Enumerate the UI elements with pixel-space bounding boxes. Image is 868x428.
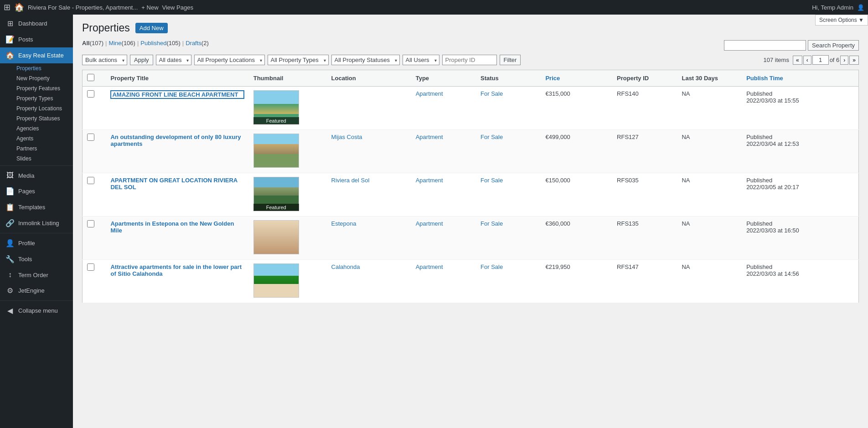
all-dates-select[interactable]: All dates: [156, 55, 191, 65]
current-page-input[interactable]: [812, 55, 829, 65]
table-row: Apartments in Estepona on the New Golden…: [83, 217, 859, 260]
sidebar-sub-agents[interactable]: Agents: [0, 134, 73, 144]
sidebar-sub-slides[interactable]: Slides: [0, 154, 73, 164]
type-link[interactable]: Apartment: [416, 134, 443, 140]
view-pages-link[interactable]: View Pages: [162, 4, 193, 11]
property-title-link[interactable]: Attractive apartments for sale in the lo…: [110, 263, 244, 277]
posts-icon: 📝: [5, 35, 15, 44]
property-title-link[interactable]: APARTMENT ON GREAT LOCATION RIVIERA DEL …: [110, 177, 244, 191]
sidebar-sub-property-statuses[interactable]: Property Statuses: [0, 113, 73, 124]
sidebar-sub-property-features[interactable]: Property Features: [0, 83, 73, 93]
property-types-select[interactable]: All Property Types: [268, 55, 329, 65]
sidebar-item-tools[interactable]: 🔧 Tools: [0, 251, 73, 267]
sidebar-item-jetengine[interactable]: ⚙ JetEngine: [0, 283, 73, 299]
bulk-actions-select[interactable]: Bulk actions: [82, 55, 127, 65]
sidebar-item-term-order[interactable]: ↕ Term Order: [0, 267, 73, 283]
col-header-property-id: Property ID: [612, 70, 677, 87]
property-title-link[interactable]: Apartments in Estepona on the New Golden…: [110, 220, 244, 234]
sidebar-item-profile[interactable]: 👤 Profile: [0, 235, 73, 251]
price-cell: €315,000: [541, 87, 612, 130]
row-checkbox[interactable]: [87, 134, 94, 141]
type-link[interactable]: Apartment: [416, 263, 443, 270]
user-avatar-icon[interactable]: 👤: [857, 4, 864, 11]
new-link[interactable]: + New: [141, 4, 158, 11]
status-link[interactable]: For Sale: [480, 220, 503, 227]
location-link[interactable]: Estepona: [331, 220, 356, 227]
sidebar-label-term-order: Term Order: [18, 272, 48, 278]
row-checkbox[interactable]: [87, 263, 94, 271]
next-page-button[interactable]: ›: [840, 56, 848, 65]
apply-button[interactable]: Apply: [130, 55, 153, 65]
select-all-checkbox[interactable]: [87, 74, 94, 81]
filter-button[interactable]: Filter: [500, 55, 521, 65]
type-link[interactable]: Apartment: [416, 220, 443, 227]
location-link[interactable]: Calahonda: [331, 263, 360, 270]
all-users-select[interactable]: All Users: [403, 55, 439, 65]
drafts-count: (2): [202, 40, 209, 46]
status-link[interactable]: For Sale: [480, 90, 503, 97]
drafts-filter[interactable]: Drafts: [186, 40, 202, 46]
status-link[interactable]: For Sale: [480, 177, 503, 184]
col-header-price[interactable]: Price: [541, 70, 612, 87]
property-title-link[interactable]: AMAZING FRONT LINE BEACH APARTMENT: [110, 90, 244, 99]
type-link[interactable]: Apartment: [416, 177, 443, 184]
status-link[interactable]: For Sale: [480, 134, 503, 140]
sidebar-sub-property-locations[interactable]: Property Locations: [0, 103, 73, 113]
row-checkbox[interactable]: [87, 177, 94, 184]
status-link[interactable]: For Sale: [480, 263, 503, 270]
tools-icon: 🔧: [5, 255, 15, 263]
wp-logo-icon[interactable]: ⊞: [4, 2, 10, 12]
search-input[interactable]: [724, 40, 806, 51]
price-cell: €499,000: [541, 130, 612, 173]
last-page-button[interactable]: »: [849, 56, 859, 65]
sidebar-item-posts[interactable]: 📝 Posts: [0, 31, 73, 47]
first-page-button[interactable]: «: [793, 56, 802, 65]
featured-badge: Featured: [253, 204, 299, 211]
location-link[interactable]: Mijas Costa: [331, 134, 362, 140]
col-header-type: Type: [411, 70, 476, 87]
last-30-days-cell: NA: [677, 217, 742, 260]
sidebar-item-inmolink[interactable]: 🔗 Inmolink Listing: [0, 215, 73, 231]
prev-page-button[interactable]: ‹: [803, 56, 811, 65]
col-header-title: Property Title: [106, 70, 248, 87]
sidebar-item-dashboard[interactable]: ⊞ Dashboard: [0, 15, 73, 31]
sidebar-sub-property-types[interactable]: Property Types: [0, 93, 73, 103]
sidebar-label-jetengine: JetEngine: [18, 287, 45, 294]
featured-badge: Featured: [253, 117, 299, 124]
property-title-link[interactable]: An outstanding development of only 80 lu…: [110, 134, 244, 147]
all-filter[interactable]: All: [82, 40, 90, 46]
property-locations-select[interactable]: All Property Locations: [194, 55, 265, 65]
col-header-location: Location: [327, 70, 411, 87]
mine-filter[interactable]: Mine: [108, 40, 121, 46]
property-id-cell: RFS127: [612, 130, 677, 173]
subsubsub-row: All (107) | Mine (106) | Published (105)…: [82, 40, 859, 51]
sidebar-sub-agencies[interactable]: Agencies: [0, 124, 73, 134]
sidebar-item-collapse[interactable]: ◀ Collapse menu: [0, 303, 73, 319]
sidebar-item-templates[interactable]: 📋 Templates: [0, 199, 73, 215]
search-property-button[interactable]: Search Property: [808, 40, 859, 51]
screen-options-button[interactable]: Screen Options ▼: [815, 15, 868, 26]
site-name-link[interactable]: Riviera For Sale - Properties, Apartment…: [28, 4, 138, 11]
property-id-input[interactable]: [442, 55, 497, 65]
property-statuses-select[interactable]: All Property Statuses: [331, 55, 400, 65]
subsubsub-nav: All (107) | Mine (106) | Published (105)…: [82, 40, 209, 46]
location-link[interactable]: Riviera del Sol: [331, 177, 370, 184]
published-filter[interactable]: Published: [140, 40, 166, 46]
row-checkbox[interactable]: [87, 220, 94, 227]
sidebar-item-pages[interactable]: 📄 Pages: [0, 183, 73, 199]
sidebar-item-easy-real-estate[interactable]: 🏠 Easy Real Estate: [0, 47, 73, 63]
of-pages-label: of 6: [830, 57, 840, 63]
type-link[interactable]: Apartment: [416, 90, 443, 97]
site-icon[interactable]: 🏠: [14, 2, 24, 12]
sidebar-sub-partners[interactable]: Partners: [0, 144, 73, 154]
sidebar-sub-properties[interactable]: Properties: [0, 63, 73, 73]
thumbnail-wrap: Featured: [253, 177, 299, 211]
row-checkbox[interactable]: [87, 90, 94, 98]
add-new-button[interactable]: Add New: [135, 23, 168, 33]
term-order-icon: ↕: [5, 271, 15, 279]
sidebar-item-media[interactable]: 🖼 Media: [0, 168, 73, 183]
thumbnail-image: [253, 263, 299, 298]
thumbnail-wrap: [253, 134, 299, 168]
col-header-publish-time[interactable]: Publish Time: [742, 70, 858, 87]
sidebar-sub-new-property[interactable]: New Property: [0, 73, 73, 83]
